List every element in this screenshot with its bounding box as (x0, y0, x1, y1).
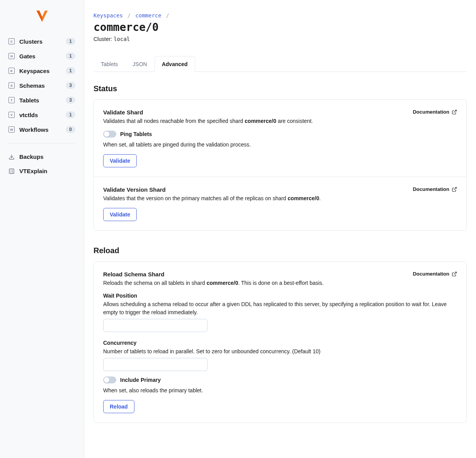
breadcrumb: Keyspaces / commerce / (94, 12, 467, 19)
main-content: Keyspaces / commerce / commerce/0 Cluste… (84, 0, 476, 458)
sidebar-item-schemas[interactable]: S Schemas 3 (0, 78, 84, 93)
tab-tablets[interactable]: Tablets (94, 56, 125, 72)
svg-line-2 (454, 110, 456, 112)
validate-version-title: Validate Version Shard (103, 186, 166, 193)
reload-schema-title: Reload Schema Shard (103, 271, 164, 278)
cluster-info: Cluster: local (94, 36, 467, 42)
wait-position-input[interactable] (103, 319, 207, 332)
validate-version-button[interactable]: Validate (103, 208, 137, 221)
nav-badge: 1 (66, 38, 75, 45)
nav-label: Gates (19, 53, 66, 60)
svg-line-3 (454, 187, 456, 189)
nav-badge: 1 (66, 67, 75, 74)
nav-badge: 0 (66, 126, 75, 133)
nav-key-icon: T (8, 97, 15, 103)
validate-shard-title: Validate Shard (103, 109, 143, 116)
ping-tablets-label: Ping Tablets (120, 131, 152, 137)
tool-label: Backups (19, 153, 75, 160)
reload-card-group: Reload Schema Shard Documentation Reload… (94, 261, 467, 423)
nav-badge: 1 (66, 111, 75, 118)
sidebar: C Clusters 1G Gates 1K Keyspaces 1S Sche… (0, 0, 84, 458)
reload-schema-card: Reload Schema Shard Documentation Reload… (94, 262, 466, 422)
sidebar-item-workflows[interactable]: W Workflows 0 (0, 122, 84, 137)
sidebar-item-clusters[interactable]: C Clusters 1 (0, 34, 84, 49)
tabs: TabletsJSONAdvanced (94, 56, 467, 72)
include-primary-help: When set, also reloads the primary table… (103, 386, 457, 395)
tab-json[interactable]: JSON (125, 56, 154, 72)
include-primary-label: Include Primary (120, 377, 161, 383)
sidebar-item-tablets[interactable]: T Tablets 3 (0, 93, 84, 107)
svg-line-4 (454, 272, 456, 274)
include-primary-toggle[interactable] (103, 376, 116, 383)
download-icon (8, 154, 15, 160)
validate-version-desc: Validates that the version on the primar… (103, 194, 457, 203)
wait-position-label: Wait Position (103, 293, 457, 299)
nav-badge: 3 (66, 82, 75, 89)
concurrency-help: Number of tablets to reload in parallel.… (103, 347, 457, 356)
breadcrumb-keyspaces[interactable]: Keyspaces (94, 12, 123, 19)
sidebar-item-keyspaces[interactable]: K Keyspaces 1 (0, 63, 84, 78)
sidebar-item-gates[interactable]: G Gates 1 (0, 49, 84, 63)
reload-schema-desc: Reloads the schema on all tablets in sha… (103, 279, 457, 287)
status-heading: Status (94, 84, 467, 93)
nav-label: vtctlds (19, 112, 66, 118)
documentation-link[interactable]: Documentation (413, 109, 457, 115)
nav-key-icon: K (8, 68, 15, 74)
checklist-icon (8, 168, 15, 174)
vitess-logo (0, 9, 84, 23)
nav-label: Schemas (19, 82, 66, 89)
nav-key-icon: C (8, 38, 15, 44)
nav-key-icon: V (8, 112, 15, 118)
concurrency-label: Concurrency (103, 340, 457, 346)
nav-key-icon: G (8, 53, 15, 59)
documentation-link[interactable]: Documentation (413, 271, 457, 277)
sidebar-tool-vtexplain[interactable]: VTExplain (0, 164, 84, 178)
status-card-group: Validate Shard Documentation Validates t… (94, 99, 467, 231)
external-link-icon (452, 271, 457, 277)
nav-divider (8, 143, 75, 143)
breadcrumb-sep: / (128, 12, 131, 19)
reload-button[interactable]: Reload (103, 400, 134, 413)
nav-key-icon: S (8, 82, 15, 89)
breadcrumb-sep: / (166, 12, 169, 19)
svg-rect-1 (9, 169, 14, 174)
nav-label: Tablets (19, 97, 66, 104)
sidebar-item-vtctlds[interactable]: V vtctlds 1 (0, 107, 84, 122)
validate-shard-button[interactable]: Validate (103, 154, 137, 167)
ping-tablets-help: When set, all tablets are pinged during … (103, 141, 457, 149)
nav-badge: 3 (66, 97, 75, 104)
tab-advanced[interactable]: Advanced (155, 56, 195, 72)
reload-heading: Reload (94, 246, 467, 255)
sidebar-tool-backups[interactable]: Backups (0, 150, 84, 164)
documentation-link[interactable]: Documentation (413, 186, 457, 192)
tool-label: VTExplain (19, 168, 75, 174)
validate-version-shard-card: Validate Version Shard Documentation Val… (94, 177, 466, 230)
external-link-icon (452, 187, 457, 192)
nav-label: Workflows (19, 126, 66, 133)
concurrency-input[interactable] (103, 358, 207, 371)
nav-badge: 1 (66, 53, 75, 60)
ping-tablets-toggle[interactable] (103, 131, 116, 138)
nav-label: Clusters (19, 38, 66, 45)
breadcrumb-commerce[interactable]: commerce (135, 12, 161, 19)
external-link-icon (452, 109, 457, 115)
page-title: commerce/0 (94, 21, 467, 34)
nav-label: Keyspaces (19, 68, 66, 74)
validate-shard-card: Validate Shard Documentation Validates t… (94, 100, 466, 177)
validate-shard-desc: Validates that all nodes reachable from … (103, 117, 457, 125)
wait-position-help: Allows scheduling a schema reload to occ… (103, 300, 457, 317)
nav-key-icon: W (8, 126, 15, 133)
